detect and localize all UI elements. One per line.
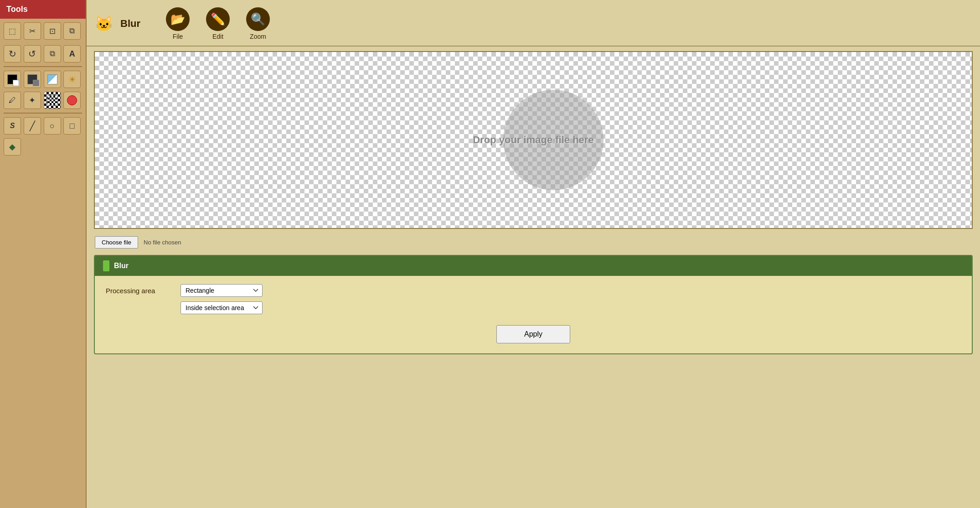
apply-row: Apply	[106, 321, 961, 345]
tool-row-5: S ╱ ○ □	[0, 115, 86, 136]
tools-title-label: Tools	[6, 5, 28, 14]
ellipse-tool[interactable]: ○	[44, 117, 61, 135]
selection-rect-tool[interactable]: ⬚	[4, 22, 21, 40]
tool-divider-1	[4, 66, 82, 67]
drop-circle	[503, 90, 603, 190]
move-tool[interactable]: ⊡	[44, 22, 61, 40]
sidebar: Tools ⬚ ✂ ⊡ ⧉ ↻ ↺ ⧉ A ☀ 🖊 ✦	[0, 0, 87, 508]
processing-area-label: Processing area	[106, 284, 170, 295]
blur-panel-header: Blur	[95, 256, 972, 276]
canvas-area[interactable]: Drop your image file here	[94, 51, 973, 229]
eraser-tool[interactable]: ◆	[4, 138, 21, 156]
area-select[interactable]: Inside selection area Outside selection …	[181, 301, 263, 314]
checker-tool[interactable]	[44, 92, 61, 109]
zoom-label: Zoom	[250, 33, 266, 40]
rect-draw-tool[interactable]: □	[63, 117, 81, 135]
blur-panel-title: Blur	[114, 262, 129, 270]
tool-divider-2	[4, 113, 82, 114]
main-content: 🐱 Blur 📂 File ✏️ Edit 🔍 Zoom Drop your i…	[87, 0, 980, 508]
pen-tool[interactable]: S	[4, 117, 21, 135]
app-logo: 🐱	[95, 15, 113, 32]
rotate-tool[interactable]: ↻	[4, 45, 21, 62]
app-title: Blur	[120, 18, 140, 30]
sparkle-tool[interactable]: ✦	[24, 92, 41, 109]
blur-panel-body: Processing area Rectangle Ellipse Lasso …	[95, 276, 972, 353]
color-select-tool[interactable]	[44, 71, 61, 88]
processing-area-row: Processing area Rectangle Ellipse Lasso …	[106, 284, 961, 314]
brightness-tool[interactable]: ☀	[63, 71, 81, 88]
edit-label: Edit	[212, 33, 223, 40]
sidebar-title: Tools	[0, 0, 86, 19]
choose-file-button[interactable]: Choose file	[95, 236, 138, 249]
file-name-label: No file chosen	[144, 239, 181, 246]
blur-header-indicator	[103, 260, 109, 271]
copy-tool[interactable]: ⧉	[44, 45, 61, 62]
color-bg-tool[interactable]	[24, 71, 41, 88]
zoom-icon: 🔍	[246, 7, 270, 31]
color-fg-tool[interactable]	[4, 71, 21, 88]
file-label: File	[173, 33, 183, 40]
shape-select[interactable]: Rectangle Ellipse Lasso	[181, 284, 263, 297]
app-header: 🐱 Blur 📂 File ✏️ Edit 🔍 Zoom	[87, 0, 980, 47]
edit-button[interactable]: ✏️ Edit	[201, 5, 234, 42]
undo-tool[interactable]: ↺	[24, 45, 41, 62]
tool-row-4: 🖊 ✦	[0, 90, 86, 111]
file-icon: 📂	[166, 7, 190, 31]
text-tool[interactable]: A	[63, 45, 81, 62]
line-tool[interactable]: ╱	[24, 117, 41, 135]
edit-icon: ✏️	[206, 7, 230, 31]
crop-tool[interactable]: ⧉	[63, 22, 81, 40]
fill-red-tool[interactable]	[63, 92, 81, 109]
canvas-bg: Drop your image file here	[95, 52, 972, 228]
file-button[interactable]: 📂 File	[161, 5, 194, 42]
tool-row-1: ⬚ ✂ ⊡ ⧉	[0, 19, 86, 43]
scissors-tool[interactable]: ✂	[24, 22, 41, 40]
tool-row-6: ◆	[0, 136, 86, 157]
tool-row-3: ☀	[0, 69, 86, 90]
tool-row-2: ↻ ↺ ⧉ A	[0, 43, 86, 64]
file-row: Choose file No file chosen	[87, 233, 980, 252]
processing-area-controls: Rectangle Ellipse Lasso Inside selection…	[181, 284, 263, 314]
blur-panel: Blur Processing area Rectangle Ellipse L…	[94, 255, 973, 354]
eyedropper-tool[interactable]: 🖊	[4, 92, 21, 109]
apply-button[interactable]: Apply	[496, 325, 570, 343]
zoom-button[interactable]: 🔍 Zoom	[242, 5, 274, 42]
